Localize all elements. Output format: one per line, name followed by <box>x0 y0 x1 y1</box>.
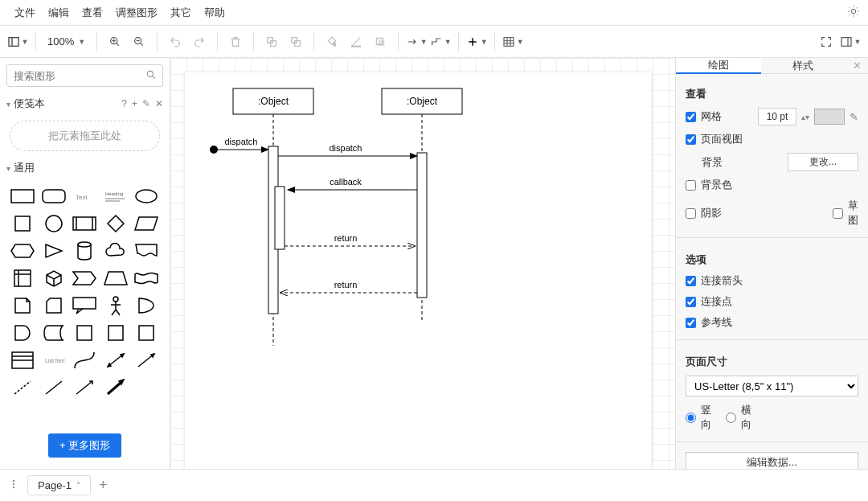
shape-dashed-line[interactable] <box>10 376 35 399</box>
shape-tape[interactable] <box>133 267 159 290</box>
waypoint-icon[interactable]: ▼ <box>429 31 452 53</box>
bgcolor-checkbox[interactable] <box>686 180 696 191</box>
add-page-button[interactable]: + <box>99 477 108 494</box>
fullscreen-icon[interactable] <box>815 31 837 53</box>
options-heading: 选项 <box>686 253 858 267</box>
shape-triangle[interactable] <box>41 240 67 262</box>
fill-color-icon[interactable] <box>321 31 343 53</box>
shape-cylinder[interactable] <box>72 240 97 262</box>
tab-diagram[interactable]: 绘图 <box>676 58 761 74</box>
to-back-icon[interactable] <box>285 31 307 53</box>
shape-actor[interactable] <box>103 294 129 317</box>
delete-icon[interactable] <box>224 31 247 53</box>
shape-text[interactable]: Text <box>72 185 97 207</box>
shape-curve[interactable] <box>72 349 97 372</box>
zoom-level[interactable]: 100%▼ <box>43 35 90 47</box>
menu-arrange[interactable]: 调整图形 <box>109 6 164 20</box>
shape-square4[interactable] <box>133 322 159 344</box>
zoom-out-icon[interactable] <box>128 31 150 53</box>
shape-process[interactable] <box>72 212 97 235</box>
shape-or[interactable] <box>133 294 159 317</box>
menu-edit[interactable]: 编辑 <box>42 6 76 20</box>
theme-toggle-icon[interactable] <box>847 5 860 20</box>
sidebar-toggle-icon[interactable]: ▼ <box>6 31 29 53</box>
shape-trapezoid[interactable] <box>103 267 129 290</box>
pages-menu-icon[interactable] <box>8 478 19 492</box>
shape-arrow[interactable] <box>133 349 159 372</box>
edit-data-button[interactable]: 编辑数据... <box>686 452 858 469</box>
shape-square2[interactable] <box>72 322 97 344</box>
svg-text:List Item: List Item <box>45 358 65 363</box>
shape-document[interactable] <box>133 240 159 262</box>
canvas[interactable]: :Object :Object dispatch dispatch callba… <box>170 58 675 469</box>
menu-help[interactable]: 帮助 <box>198 6 231 20</box>
shape-diamond[interactable] <box>103 212 129 235</box>
search-icon[interactable] <box>145 69 157 83</box>
grid-stepper-icon[interactable]: ▴▾ <box>801 113 809 121</box>
shape-cloud[interactable] <box>103 240 129 262</box>
grid-color-edit-icon[interactable]: ✎ <box>850 111 858 123</box>
conn-points-checkbox[interactable] <box>686 297 696 307</box>
pagesize-select[interactable]: US-Letter (8,5" x 11") <box>686 376 858 396</box>
grid-checkbox[interactable] <box>686 112 696 122</box>
scratchpad-edit-icon[interactable]: ✎ <box>142 98 150 109</box>
shape-callout[interactable] <box>72 294 97 317</box>
grid-color-swatch[interactable] <box>814 109 845 125</box>
search-input[interactable] <box>6 64 163 87</box>
shape-note[interactable] <box>10 294 35 317</box>
grid-size-input[interactable]: 10 pt <box>758 108 796 125</box>
scratchpad-help-icon[interactable]: ? <box>121 98 127 109</box>
close-panel-icon[interactable]: ✕ <box>845 58 868 74</box>
menu-extras[interactable]: 其它 <box>164 6 198 20</box>
guides-checkbox[interactable] <box>686 318 696 328</box>
page-tab-1[interactable]: Page-1 ˄ <box>27 475 91 495</box>
scratchpad-close-icon[interactable]: ✕ <box>155 98 163 109</box>
format-panel-icon[interactable]: ▼ <box>839 31 862 53</box>
table-icon[interactable]: ▼ <box>502 31 524 53</box>
shape-circle[interactable] <box>41 212 67 235</box>
shape-cube[interactable] <box>41 267 67 290</box>
general-header[interactable]: ▾ 通用 <box>0 158 170 179</box>
tab-style[interactable]: 样式 <box>761 58 846 74</box>
insert-icon[interactable]: ▼ <box>465 31 488 53</box>
sketch-checkbox[interactable] <box>833 208 843 219</box>
shape-ellipse[interactable] <box>133 185 159 207</box>
shape-parallelogram[interactable] <box>133 212 159 235</box>
pageview-checkbox[interactable] <box>686 134 696 145</box>
undo-icon[interactable] <box>164 31 186 53</box>
more-shapes-button[interactable]: + 更多图形 <box>48 433 121 458</box>
shadow-checkbox[interactable] <box>686 208 696 219</box>
shape-step[interactable] <box>72 267 97 290</box>
shape-heading[interactable]: Heading <box>103 185 129 207</box>
scratchpad-add-icon[interactable]: + <box>132 98 137 109</box>
shape-bidir-arrow[interactable] <box>103 349 129 372</box>
line-color-icon[interactable] <box>345 31 367 53</box>
shape-rounded-rect[interactable] <box>41 185 67 207</box>
shape-line[interactable] <box>41 376 67 399</box>
connection-icon[interactable]: ▼ <box>405 31 428 53</box>
redo-icon[interactable] <box>188 31 211 53</box>
landscape-radio[interactable] <box>726 413 736 423</box>
menu-view[interactable]: 查看 <box>76 6 109 20</box>
conn-arrows-checkbox[interactable] <box>686 276 696 286</box>
shape-thick-arrow[interactable] <box>103 376 129 399</box>
shape-card[interactable] <box>41 294 67 317</box>
scratchpad-dropzone[interactable]: 把元素拖至此处 <box>10 121 160 151</box>
shape-square[interactable] <box>10 212 35 235</box>
menu-file[interactable]: 文件 <box>8 6 42 20</box>
shape-rect[interactable] <box>10 185 35 207</box>
shape-internal-storage[interactable] <box>10 267 35 290</box>
change-bg-button[interactable]: 更改... <box>788 153 858 171</box>
shape-link-arrow[interactable] <box>72 376 97 399</box>
shape-list[interactable] <box>10 349 35 372</box>
shape-data-storage[interactable] <box>41 322 67 344</box>
shape-square3[interactable] <box>103 322 129 344</box>
shape-and[interactable] <box>10 322 35 344</box>
scratchpad-header[interactable]: ▾ 便笺本 ? + ✎ ✕ <box>0 93 170 114</box>
to-front-icon[interactable] <box>260 31 283 53</box>
shape-hexagon[interactable] <box>10 240 35 262</box>
zoom-in-icon[interactable] <box>104 31 126 53</box>
shadow-icon[interactable] <box>369 31 391 53</box>
portrait-radio[interactable] <box>686 413 696 423</box>
shape-list-item[interactable]: List Item <box>41 349 67 372</box>
